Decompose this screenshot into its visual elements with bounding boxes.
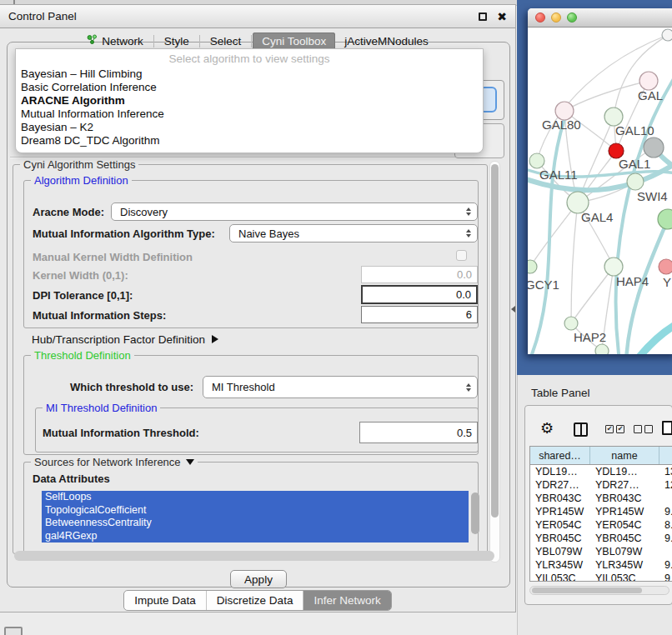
network-node-gcy1[interactable] [528,260,537,273]
document-icon[interactable] [662,421,672,435]
column-header[interactable]: name [590,447,659,464]
table-row[interactable]: YBL079WYBL079W [530,545,672,558]
columns-icon[interactable] [574,422,588,437]
network-node-hap2[interactable] [564,317,578,330]
table-row[interactable]: YDR27…YDR27…12 [530,478,672,492]
sources-title[interactable]: Sources for Network Inference [31,456,198,468]
network-node-hap4[interactable] [604,258,623,276]
attribute-item[interactable]: BetweennessCentrality [42,517,469,530]
unchecked-checkbox-icon[interactable] [634,425,642,433]
list-scrollbar-thumb[interactable] [471,492,479,534]
mi-steps-field[interactable]: 6 [361,306,478,323]
table-row[interactable]: YDL19…YDL19…13 [530,465,672,478]
algorithm-option[interactable]: Bayesian – Hill Climbing [16,68,483,81]
network-node[interactable] [658,209,672,229]
table-cell[interactable]: 9. [659,558,672,572]
table-cell[interactable]: YBR043C [530,492,590,505]
bottom-tab-impute-data[interactable]: Impute Data [124,591,207,610]
table-cell[interactable]: YBR045C [590,532,659,545]
attribute-item[interactable]: SelfLoops [42,491,469,504]
tab-network[interactable]: Network [78,32,153,50]
table-cell[interactable]: 8. [659,518,672,532]
dpi-tolerance-field[interactable]: 0.0 [361,285,478,304]
table-cell[interactable]: YER054C [590,518,659,532]
table-cell[interactable]: YDR27… [530,478,590,492]
mi-threshold-field[interactable]: 0.5 [359,422,478,443]
table-cell[interactable]: YDR27… [590,478,659,492]
network-node-gal11[interactable] [529,153,544,168]
data-attributes-list[interactable]: SelfLoopsTopologicalCoefficientBetweenne… [42,491,469,542]
checked-checkbox-icon[interactable]: ✔ [616,425,624,433]
panel-splitter-handle[interactable] [511,306,515,312]
table-row[interactable]: YBR043CYBR043C [530,492,672,505]
apply-button[interactable]: Apply [230,570,287,588]
attribute-item[interactable]: TopologicalCoefficient [42,504,469,518]
network-node-gal[interactable] [639,72,658,90]
minimized-window-icon[interactable] [4,627,23,635]
algorithm-option[interactable]: Mutual Information Inference [16,108,483,121]
table-cell[interactable]: YER054C [530,518,590,532]
table-cell[interactable]: YBL079W [530,545,590,558]
column-header[interactable]: shared… [530,447,590,464]
table-cell[interactable]: 9. [659,505,672,518]
algorithm-option[interactable]: ARACNE Algorithm [16,94,483,108]
table-row[interactable]: YER054CYER054C8. [530,518,672,532]
close-icon[interactable]: ✖ [497,11,507,22]
tab-style[interactable]: Style [155,32,198,50]
minimize-traffic-light-icon[interactable] [551,12,561,22]
bottom-tab-discretize-data[interactable]: Discretize Data [207,591,304,610]
zoom-traffic-light-icon[interactable] [567,12,577,22]
unchecked-checkbox-icon[interactable] [644,425,653,433]
table-cell[interactable]: YPR145W [590,505,659,518]
table-cell[interactable] [659,545,672,558]
table-cell[interactable]: YIL053C [530,572,590,582]
table-cell[interactable]: YBL079W [590,545,659,558]
tab-select[interactable]: Select [201,32,251,50]
table-cell[interactable]: YDL19… [530,465,590,478]
vertical-scrollbar-thumb[interactable] [491,164,499,518]
table-cell[interactable]: 9. [659,532,672,545]
table-cell[interactable]: YBR043C [590,492,659,505]
table-cell[interactable]: YLR345W [590,558,659,572]
settings-horizontal-scrollbar[interactable] [14,551,494,561]
checked-checkbox-icon[interactable]: ✔ [605,425,614,433]
network-node-swi4[interactable] [627,173,644,190]
network-node[interactable] [644,138,664,158]
gear-icon[interactable]: ⚙ [540,419,554,438]
network-node[interactable] [595,344,609,354]
table-cell[interactable] [659,492,672,505]
column-header[interactable] [659,447,672,464]
table-horizontal-scrollbar[interactable] [529,586,669,595]
algorithm-option[interactable]: Bayesian – K2 [16,121,483,134]
table-row[interactable]: YLR345WYLR345W9. [530,558,672,572]
which-threshold-select[interactable]: MI Threshold [203,376,478,398]
table-row[interactable]: YBR045CYBR045C9. [530,532,672,545]
tab-jactivemnodules[interactable]: jActiveMNodules [335,32,438,50]
bottom-tab-infer-network[interactable]: Infer Network [303,591,390,610]
kernel-width-field[interactable]: 0.0 [361,266,478,283]
table-cell[interactable]: 12 [659,478,672,492]
table-cell[interactable]: YDL19… [590,465,659,478]
table-row[interactable]: YIL053CYIL053C9 [530,572,672,582]
network-node-y[interactable] [659,259,672,274]
algorithm-option[interactable]: Basic Correlation Inference [16,81,483,94]
table-cell[interactable]: YBR045C [530,532,590,545]
settings-vertical-scrollbar[interactable] [489,161,500,562]
close-traffic-light-icon[interactable] [535,12,545,22]
mi-type-select[interactable]: Naive Bayes [229,224,478,242]
manual-kernel-checkbox[interactable] [456,250,467,261]
network-canvas[interactable]: GALGAL80GAL10GAL1GAL11SWI4GAL4HAP4YGCY1H… [528,28,672,354]
table-cell[interactable]: YIL053C [590,572,659,582]
table-cell[interactable]: YLR345W [530,558,590,572]
table-scrollbar-thumb[interactable] [532,588,642,593]
float-window-icon[interactable] [479,12,487,21]
algorithm-option[interactable]: Dream8 DC_TDC Algorithm [16,134,483,148]
aracne-mode-select[interactable]: Discovery [111,202,478,221]
network-node[interactable] [662,29,672,41]
attribute-item[interactable]: gal4RGexp [42,530,469,543]
tab-cyni-toolbox[interactable]: Cyni Toolbox [253,32,335,50]
table-row[interactable]: YPR145WYPR145W9. [530,505,672,518]
table-cell[interactable]: 9 [659,572,672,582]
hub-definition-expander[interactable]: Hub/Transcription Factor Definition [32,333,218,346]
table-cell[interactable]: 13 [659,465,672,478]
